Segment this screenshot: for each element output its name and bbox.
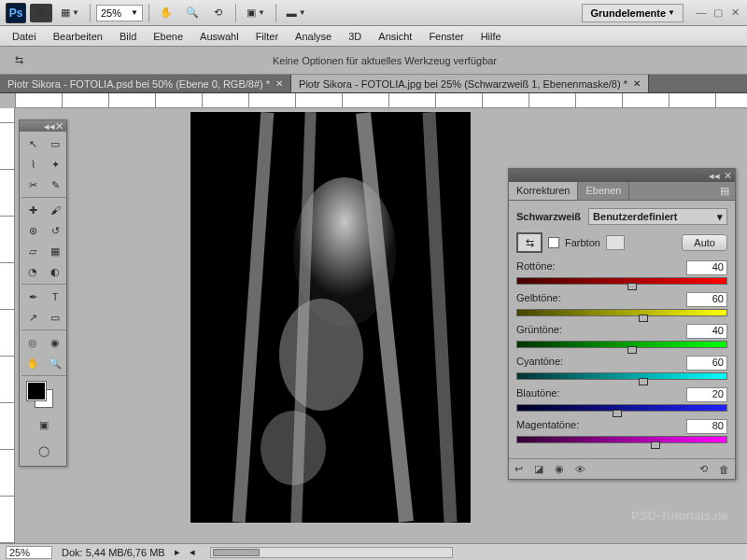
menu-ebene[interactable]: Ebene [145, 28, 191, 45]
color-swatches[interactable] [21, 378, 66, 412]
pen-tool[interactable]: ✒ [21, 287, 44, 307]
zoom-tool[interactable]: 🔍 [44, 353, 66, 373]
slider-gelbtöne: Gelbtöne:60 [516, 292, 727, 318]
slider-track[interactable] [516, 341, 727, 350]
svg-point-2 [279, 299, 363, 411]
gradient-tool[interactable]: ▦ [44, 241, 66, 261]
slider-track[interactable] [516, 309, 727, 318]
ruler-horizontal[interactable] [15, 93, 747, 108]
menu-hilfe[interactable]: Hilfe [472, 28, 510, 45]
stamp-tool[interactable]: ⊛ [21, 220, 44, 241]
fg-color[interactable] [27, 382, 46, 400]
menu-filter[interactable]: Filter [247, 28, 287, 45]
marquee-tool[interactable]: ▭ [44, 133, 66, 154]
auto-button[interactable]: Auto [682, 234, 727, 251]
arrange-button[interactable]: ▣▼ [242, 4, 270, 22]
tint-checkbox[interactable] [548, 237, 559, 248]
bridge-button[interactable]: Br [30, 4, 52, 22]
scroll-left-icon[interactable]: ◂ [190, 546, 195, 558]
targeted-adjust-button[interactable]: ⇆ [516, 232, 543, 253]
hand-tool[interactable]: ✋ [21, 353, 44, 373]
close-button[interactable]: ✕ [728, 7, 741, 19]
screenmode-button[interactable]: ◯ [33, 441, 55, 461]
doc-tab-1[interactable]: Piotr Sikora - FOTOLIA.psd bei 50% (Eben… [0, 75, 291, 92]
back-icon[interactable]: ↩ [514, 463, 523, 475]
slider-value-input[interactable]: 60 [686, 356, 727, 371]
slider-value-input[interactable]: 40 [686, 260, 727, 275]
close-icon[interactable]: ✕ [633, 78, 641, 89]
view-prev-icon[interactable]: 👁 [575, 464, 585, 475]
type-tool[interactable]: T [44, 287, 66, 307]
status-zoom-input[interactable]: 25% [6, 546, 52, 559]
doc-tab-2[interactable]: Piotr Sikora - FOTOLIA.jpg bei 25% (Schw… [291, 75, 649, 92]
zoom-input[interactable]: 25%▼ [96, 5, 143, 21]
close-icon[interactable]: ✕ [724, 170, 732, 182]
slider-cyantöne: Cyantöne:60 [516, 356, 727, 382]
menu-bild[interactable]: Bild [111, 28, 145, 45]
collapse-icon[interactable]: ◂◂ [709, 170, 720, 182]
reset-icon[interactable]: ⟲ [699, 463, 708, 475]
workspace-selector[interactable]: Grundelemente ▼ [582, 4, 684, 22]
lasso-tool[interactable]: ⌇ [21, 154, 44, 175]
slider-rottöne: Rottöne:40 [516, 260, 727, 287]
screen-mode-button[interactable]: ▬▼ [282, 4, 311, 22]
slider-track[interactable] [516, 404, 727, 413]
trash-icon[interactable]: 🗑 [719, 464, 729, 475]
tint-label: Farbton [565, 237, 600, 248]
3d-tool[interactable]: ◎ [21, 332, 44, 353]
status-menu-icon[interactable]: ▸ [175, 546, 180, 558]
menu-ansicht[interactable]: Ansicht [370, 28, 420, 45]
view-mode-button[interactable]: ▦▼ [56, 4, 84, 22]
menu-3d[interactable]: 3D [340, 28, 370, 45]
zoom-tool-icon[interactable]: 🔍 [181, 4, 204, 22]
rotate-view-icon[interactable]: ⟲ [207, 4, 230, 22]
slider-track[interactable] [516, 277, 727, 287]
menu-auswahl[interactable]: Auswahl [191, 28, 247, 45]
slider-label: Gelbtöne: [516, 292, 561, 307]
slider-value-input[interactable]: 60 [686, 292, 727, 307]
minimize-button[interactable]: — [695, 7, 708, 19]
ruler-vertical[interactable] [0, 108, 15, 543]
hand-tool-icon[interactable]: ✋ [155, 4, 177, 22]
slider-grüntöne: Grüntöne:40 [516, 324, 727, 350]
path-tool[interactable]: ↗ [21, 307, 44, 328]
h-scrollbar[interactable] [210, 547, 453, 558]
shape-tool[interactable]: ▭ [44, 307, 66, 328]
move-tool[interactable]: ↖ [21, 133, 44, 154]
adjustments-panel: ◂◂✕ Korrekturen Ebenen ▤ Schwarzweiß Ben… [508, 168, 736, 480]
heal-tool[interactable]: ✚ [21, 200, 44, 220]
slider-label: Rottöne: [516, 260, 556, 275]
history-brush-tool[interactable]: ↺ [44, 220, 66, 241]
tab-korrekturen[interactable]: Korrekturen [509, 182, 578, 200]
3d-camera-tool[interactable]: ◉ [44, 332, 66, 353]
slider-value-input[interactable]: 80 [686, 419, 727, 434]
dodge-tool[interactable]: ◐ [44, 261, 66, 282]
blur-tool[interactable]: ◔ [21, 261, 44, 282]
menu-bearbeiten[interactable]: Bearbeiten [45, 28, 111, 45]
tab-ebenen[interactable]: Ebenen [578, 182, 629, 200]
visibility-icon[interactable]: ◉ [555, 463, 564, 475]
close-icon[interactable]: ✕ [55, 120, 63, 133]
panel-menu-icon[interactable]: ▤ [714, 182, 735, 200]
menu-datei[interactable]: Datei [4, 28, 45, 45]
wand-tool[interactable]: ✦ [44, 154, 66, 175]
crop-tool[interactable]: ✂ [21, 175, 44, 195]
tool-preset-icon[interactable]: ⇆ [7, 51, 30, 70]
slider-label: Cyantöne: [516, 356, 563, 371]
slider-value-input[interactable]: 40 [686, 324, 727, 339]
preset-select[interactable]: Benutzerdefiniert▾ [588, 208, 727, 225]
eyedropper-tool[interactable]: ✎ [44, 175, 66, 195]
close-icon[interactable]: ✕ [275, 78, 283, 89]
slider-track[interactable] [516, 372, 727, 382]
tint-swatch[interactable] [606, 235, 625, 250]
eraser-tool[interactable]: ▱ [21, 241, 44, 261]
slider-value-input[interactable]: 20 [686, 387, 727, 402]
slider-track[interactable] [516, 436, 727, 445]
menu-analyse[interactable]: Analyse [287, 28, 340, 45]
brush-tool[interactable]: 🖌 [44, 200, 66, 220]
clip-icon[interactable]: ◪ [534, 463, 543, 475]
maximize-button[interactable]: ▢ [712, 7, 725, 19]
quickmask-button[interactable]: ▣ [33, 414, 55, 435]
menu-fenster[interactable]: Fenster [420, 28, 472, 45]
collapse-icon[interactable]: ◂◂ [44, 120, 55, 133]
